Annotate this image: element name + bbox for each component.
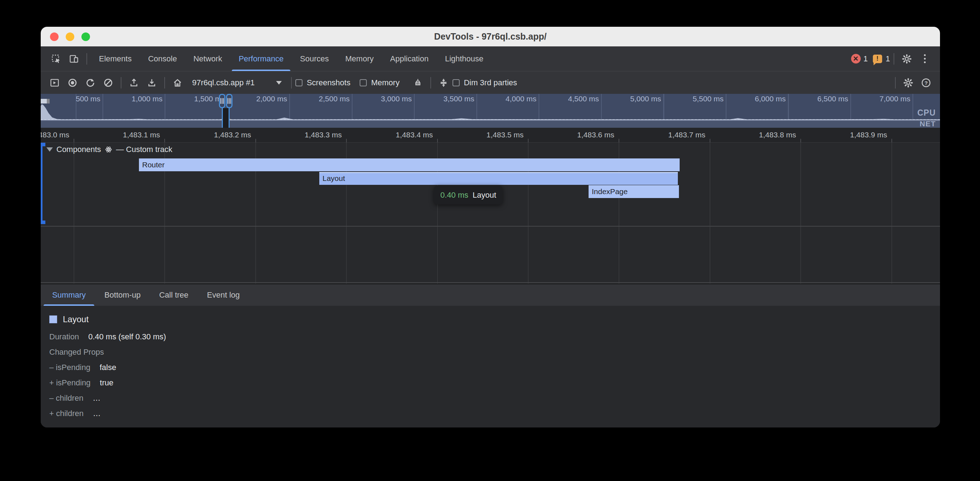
screenshots-checkbox[interactable]: Screenshots — [295, 78, 350, 87]
performance-toolbar: 97r6ql.csb.app #1 Screenshots Memory — [41, 71, 940, 94]
overview-tick: 3,500 ms — [417, 95, 474, 103]
selection-right-line — [229, 107, 230, 128]
summary-row: – children … — [49, 394, 940, 409]
track-title: Components — [56, 145, 101, 154]
overview-tick: 4,500 ms — [542, 95, 599, 103]
settings-gear-icon[interactable] — [898, 50, 916, 68]
tab-performance[interactable]: Performance — [231, 46, 292, 71]
selection-left-line — [222, 107, 223, 128]
tab-console[interactable]: Console — [140, 46, 185, 71]
summary-row-value: false — [100, 363, 116, 372]
close-window-button[interactable] — [50, 32, 59, 41]
summary-row-label: + children — [49, 409, 84, 418]
zoom-window-button[interactable] — [81, 32, 90, 41]
tab-lighthouse[interactable]: Lighthouse — [437, 46, 492, 71]
panel-tabs: Elements Console Network Performance Sou… — [91, 46, 492, 71]
error-badge[interactable]: ✕ 1 — [851, 54, 868, 63]
ruler-ticks — [41, 139, 940, 142]
window-title: DevTools - 97r6ql.csb.app/ — [434, 32, 547, 42]
selection-left-handle[interactable] — [219, 94, 225, 108]
screenshots-label: Screenshots — [307, 78, 350, 87]
ruler-label: 1,483.1 ms — [74, 130, 160, 139]
ruler-label: 1,483.8 ms — [710, 130, 796, 139]
summary-row-value: … — [93, 409, 101, 418]
ruler-label: 1,483.0 ms — [41, 130, 69, 139]
load-profile-icon[interactable] — [125, 74, 143, 92]
inspect-element-icon[interactable] — [47, 50, 65, 68]
tab-event-log[interactable]: Event log — [198, 284, 249, 306]
dim-3rd-parties-label: Dim 3rd parties — [464, 78, 517, 87]
summary-row-label: Changed Props — [49, 348, 104, 357]
selected-track-border — [41, 143, 45, 146]
overview-tick: 5,000 ms — [604, 95, 661, 103]
toggle-sidebar-icon[interactable] — [46, 74, 64, 92]
ruler-label: 1,483.4 ms — [347, 130, 433, 139]
network-activity-band — [41, 120, 940, 128]
home-icon[interactable] — [169, 74, 186, 92]
capture-settings-gear-icon[interactable] — [899, 74, 917, 92]
device-toolbar-icon[interactable] — [65, 50, 83, 68]
tab-memory[interactable]: Memory — [337, 46, 382, 71]
summary-row: Changed Props — [49, 348, 940, 363]
clear-recording-button[interactable] — [99, 74, 117, 92]
selection-right-handle[interactable] — [226, 94, 232, 108]
titlebar: DevTools - 97r6ql.csb.app/ — [41, 27, 940, 46]
overview-tick: 7,000 ms — [853, 95, 910, 103]
summary-pane: Layout Duration 0.40 ms (self 0.30 ms) C… — [41, 306, 940, 427]
error-icon: ✕ — [851, 54, 861, 63]
timeline-overview[interactable]: 500 ms 1,000 ms 1,500 ms 2,000 ms 2,500 … — [41, 94, 940, 128]
ruler-label: 1,483.9 ms — [802, 130, 887, 139]
warning-badge[interactable]: ! 1 — [873, 54, 890, 63]
tab-application[interactable]: Application — [382, 46, 437, 71]
track-suffix: — Custom track — [116, 145, 172, 154]
devtools-tabbar: Elements Console Network Performance Sou… — [41, 46, 940, 71]
flame-bar-layout[interactable]: Layout — [319, 172, 678, 185]
tab-summary[interactable]: Summary — [43, 284, 95, 306]
record-button[interactable] — [64, 74, 81, 92]
overview-tick: 6,000 ms — [729, 95, 786, 103]
tab-call-tree[interactable]: Call tree — [150, 284, 198, 306]
flame-chart[interactable]: Components — Custom track Router Layout … — [41, 143, 940, 284]
help-icon[interactable]: ? — [917, 74, 935, 92]
summary-row-label: Duration — [49, 332, 79, 341]
ruler-label: 1,483.2 ms — [165, 130, 251, 139]
custom-track-header[interactable]: Components — Custom track — [46, 145, 172, 154]
svg-text:?: ? — [924, 79, 928, 86]
divider — [86, 53, 87, 65]
collapse-flame-icon[interactable] — [434, 74, 452, 92]
summary-legend: Layout — [49, 314, 940, 324]
save-profile-icon[interactable] — [143, 74, 161, 92]
dim-3rd-parties-checkbox[interactable]: Dim 3rd parties — [452, 78, 517, 87]
garbage-collect-icon[interactable] — [409, 74, 427, 92]
overview-tick: 2,000 ms — [230, 95, 287, 103]
checkbox-icon — [452, 79, 460, 86]
flame-tooltip: 0.40 ms Layout — [434, 186, 503, 205]
minimize-window-button[interactable] — [66, 32, 74, 41]
track-separator — [41, 282, 940, 283]
checkbox-icon — [295, 79, 302, 86]
history-dropdown-value: 97r6ql.csb.app #1 — [192, 78, 255, 87]
summary-row-label: – isPending — [49, 363, 91, 372]
summary-row-label: + isPending — [49, 378, 91, 387]
tab-elements[interactable]: Elements — [91, 46, 140, 71]
flame-bar-indexpage[interactable]: IndexPage — [589, 185, 679, 198]
more-options-kebab-icon[interactable] — [916, 50, 934, 68]
memory-checkbox[interactable]: Memory — [360, 78, 399, 87]
overview-tick: 1,500 ms — [168, 95, 225, 103]
history-dropdown[interactable]: 97r6ql.csb.app #1 — [186, 78, 288, 87]
checkbox-icon — [360, 79, 367, 86]
flame-bar-router[interactable]: Router — [139, 159, 679, 171]
divider — [894, 53, 894, 65]
overview-tick: 500 ms — [43, 95, 100, 103]
tab-sources[interactable]: Sources — [292, 46, 337, 71]
summary-row-value: 0.40 ms (self 0.30 ms) — [88, 332, 166, 341]
tab-bottom-up[interactable]: Bottom-up — [95, 284, 150, 306]
devtools-window: DevTools - 97r6ql.csb.app/ Elements Cons… — [41, 27, 940, 427]
selection-window[interactable] — [223, 108, 229, 128]
divider — [121, 77, 121, 89]
tab-network[interactable]: Network — [185, 46, 231, 71]
ruler-label: 1,483.5 ms — [438, 130, 523, 139]
reload-and-record-button[interactable] — [81, 74, 99, 92]
summary-row-value: true — [100, 378, 114, 387]
collapse-triangle-icon — [46, 148, 53, 152]
